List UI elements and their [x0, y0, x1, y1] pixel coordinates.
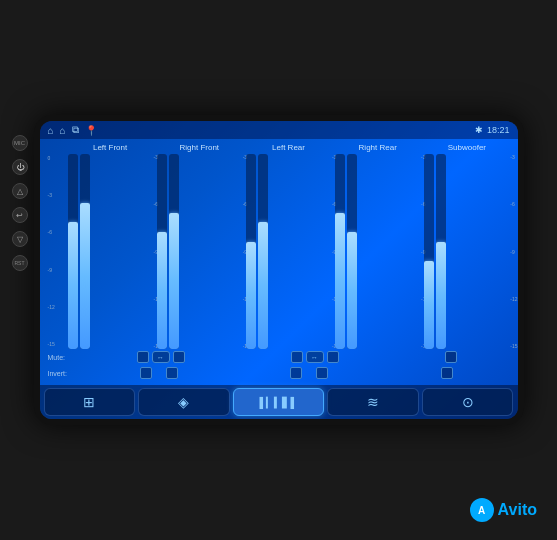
scale-6: -6: [48, 229, 64, 235]
fader-track-lf1[interactable]: [68, 154, 78, 349]
waves-icon: ≋: [367, 394, 379, 410]
side-button-back[interactable]: ↩: [12, 207, 28, 223]
avito-watermark: A Avito: [470, 498, 537, 522]
invert-lf-group: [140, 367, 178, 379]
mute-lr-group: ↔: [291, 351, 339, 363]
toolbar-btn-eq[interactable]: ⊞: [44, 388, 136, 416]
fader-track-lf2[interactable]: [80, 154, 90, 349]
fader-fill-rr1: [335, 213, 345, 350]
scale-12: -12: [48, 304, 64, 310]
channel-label-right-front: Right Front: [180, 143, 220, 152]
rst-label: RST: [15, 260, 25, 266]
vol-dn-icon: ▽: [17, 235, 23, 244]
mute-lr1-checkbox[interactable]: [291, 351, 303, 363]
back-icon: ↩: [16, 211, 23, 220]
fader-track-rf1[interactable]: [157, 154, 167, 349]
channel-right-rear: Right Rear -3 -6 -9: [335, 143, 420, 349]
status-right: ✱ 18:21: [475, 125, 510, 135]
invert-sub-checkbox[interactable]: [441, 367, 453, 379]
invert-lf2-checkbox[interactable]: [166, 367, 178, 379]
status-left: ⌂ ⌂ ⧉ 📍: [48, 124, 97, 136]
time-display: 18:21: [487, 125, 510, 135]
invert-label: Invert:: [48, 370, 80, 377]
channel-label-right-rear: Right Rear: [359, 143, 397, 152]
home-icon2[interactable]: ⌂: [60, 125, 66, 136]
channels-row: 0 -3 -6 -9 -12 -15 Left Front: [48, 143, 510, 349]
fader-fill-sub2: [436, 242, 446, 349]
fader-fill-rr2: [347, 232, 357, 349]
channel-label-sub: Subwoofer: [448, 143, 486, 152]
side-button-rst[interactable]: RST: [12, 255, 28, 271]
fader-track-lr2[interactable]: [258, 154, 268, 349]
mute-lr-link[interactable]: ↔: [306, 351, 324, 363]
settings-icon: ⊙: [462, 394, 474, 410]
layers-icon[interactable]: ⧉: [72, 124, 79, 136]
mute-lr2-checkbox[interactable]: [327, 351, 339, 363]
power-icon: ⏻: [16, 163, 24, 172]
mute-row: Mute: ↔ ↔: [48, 349, 510, 365]
fader-fill-rf2: [169, 213, 179, 350]
mute-lf2-checkbox[interactable]: [173, 351, 185, 363]
toolbar-btn-nav[interactable]: ◈: [138, 388, 230, 416]
invert-lr1-checkbox[interactable]: [290, 367, 302, 379]
side-button-vol-dn[interactable]: ▽: [12, 231, 28, 247]
fader-track-rr1[interactable]: [335, 154, 345, 349]
side-button-power[interactable]: ⏻: [12, 159, 28, 175]
avito-logo-circle: A: [470, 498, 494, 522]
bluetooth-icon: ✱: [475, 125, 483, 135]
mute-label: Mute:: [48, 354, 80, 361]
eq-area: 0 -3 -6 -9 -12 -15 Left Front: [40, 139, 518, 385]
mute-lf-group: ↔: [137, 351, 185, 363]
channel-left-rear: Left Rear -3 -6 -9: [246, 143, 331, 349]
home-icon[interactable]: ⌂: [48, 125, 54, 136]
mute-sub-checkbox[interactable]: [445, 351, 457, 363]
side-buttons: MIC ⏻ △ ↩ ▽ RST: [12, 135, 28, 271]
invert-checkboxes: [84, 367, 510, 379]
mute-lf1-checkbox[interactable]: [137, 351, 149, 363]
invert-row: Invert:: [48, 365, 510, 381]
fader-track-rf2[interactable]: [169, 154, 179, 349]
mute-lf-link[interactable]: ↔: [152, 351, 170, 363]
avito-logo-letter: A: [478, 505, 485, 516]
sub-scale: -3 -6 -9 -12 -15: [510, 154, 517, 349]
fader-fill-lr2: [258, 222, 268, 349]
scale-15: -15: [48, 341, 64, 347]
nav-icon: ◈: [178, 394, 189, 410]
fader-fill-rf1: [157, 232, 167, 349]
channel-subwoofer: Subwoofer -3 -6 -9: [424, 143, 509, 349]
toolbar-btn-waves[interactable]: ≋: [327, 388, 419, 416]
fader-fill-lr1: [246, 242, 256, 349]
toolbar: ⊞ ◈ ▌▎▍▋▌ ≋ ⊙: [40, 385, 518, 419]
fader-track-sub2[interactable]: [436, 154, 446, 349]
channel-label-left-rear: Left Rear: [272, 143, 305, 152]
scale-3: -3: [48, 192, 64, 198]
status-bar: ⌂ ⌂ ⧉ 📍 ✱ 18:21: [40, 121, 518, 139]
side-button-vol-up[interactable]: △: [12, 183, 28, 199]
invert-lr-group: [290, 367, 328, 379]
channel-right-front: Right Front -3 -6 -9: [157, 143, 242, 349]
scale-9: -9: [48, 267, 64, 273]
scale-0: 0: [48, 155, 64, 161]
eq-icon: ⊞: [83, 394, 95, 410]
invert-lf1-checkbox[interactable]: [140, 367, 152, 379]
fader-fill-sub1: [424, 261, 434, 349]
avito-text: Avito: [498, 501, 537, 519]
channel-left-front: Left Front -3 -6: [68, 143, 153, 349]
fader-fill-lf2: [80, 203, 90, 349]
screen: ⌂ ⌂ ⧉ 📍 ✱ 18:21 0 -3: [40, 121, 518, 419]
side-button-mic[interactable]: MIC: [12, 135, 28, 151]
fader-fill-lf1: [68, 222, 78, 349]
fader-track-rr2[interactable]: [347, 154, 357, 349]
location-icon[interactable]: 📍: [85, 125, 97, 136]
spectrum-icon: ▌▎▍▋▌: [259, 397, 297, 408]
toolbar-btn-settings[interactable]: ⊙: [422, 388, 514, 416]
channel-label-left-front: Left Front: [93, 143, 127, 152]
scale-column: 0 -3 -6 -9 -12 -15: [48, 143, 64, 349]
device-frame: MIC ⏻ △ ↩ ▽ RST ⌂ ⌂: [34, 115, 524, 425]
fader-track-lr1[interactable]: [246, 154, 256, 349]
invert-lr2-checkbox[interactable]: [316, 367, 328, 379]
mute-checkboxes: ↔ ↔: [84, 351, 510, 363]
fader-track-sub1[interactable]: [424, 154, 434, 349]
toolbar-btn-spectrum[interactable]: ▌▎▍▋▌: [233, 388, 325, 416]
vol-up-icon: △: [17, 187, 23, 196]
